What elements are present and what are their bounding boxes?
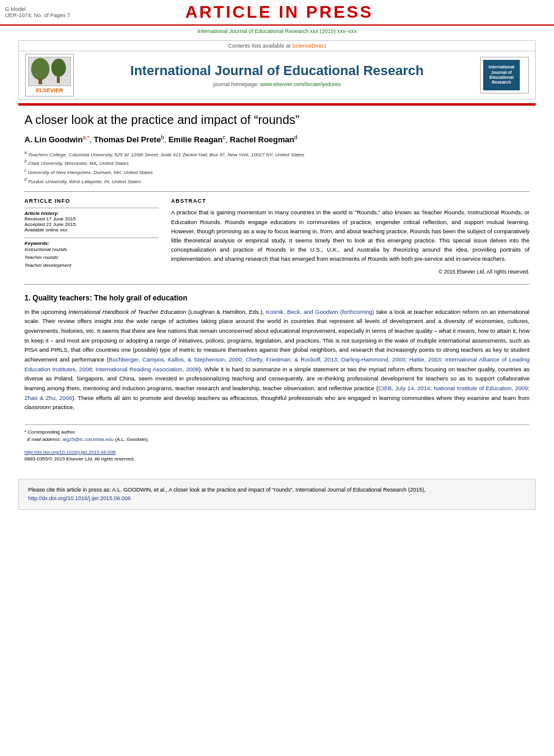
keyword-1: Instructional rounds [24,246,159,254]
email-link[interactable]: alg25@tc.columbia.edu [62,437,114,442]
svg-point-1 [31,58,49,80]
article-info-panel: ARTICLE INFO Article history: Received 1… [24,198,159,274]
journal-logo-img: International Journal of Educational Res… [483,60,520,90]
article-history-block: Article history: Received 17 June 2015 A… [24,208,159,233]
keywords-block: Keywords: Instructional rounds Teacher r… [24,238,159,269]
citation-box-text: Please cite this article in press as: A.… [28,487,426,493]
kosnik-link[interactable]: Kosnik, Beck, and Goodwin (forthcoming) [266,308,374,315]
affiliation-c: c University of New Hampshire, Durham, N… [24,167,530,176]
cieb-link[interactable]: CIEB, July 14, 2014; National Institute … [24,385,530,401]
abstract-text: A practice that is gaining momentum in m… [171,208,530,263]
journal-logo-right: International Journal of Educational Res… [480,57,529,93]
citation-box: Please cite this article in press as: A.… [18,479,536,510]
journal-header: Contents lists available at ScienceDirec… [18,40,536,100]
author-3-sup: c [223,134,226,140]
author-2-sup: b [161,134,164,140]
elsevier-logo: ELSEVIER [25,54,74,96]
affiliations: a Teachers College, Columbia University,… [24,150,530,186]
author-4-sup: d [294,134,297,140]
journal-top-bar: Contents lists available at ScienceDirec… [19,41,535,51]
author-3: Emilie Reagan [169,135,223,144]
doi-link[interactable]: http://dx.doi.org/10.1016/j.ijer.2015.06… [24,449,115,455]
handbook-ref-italic: International Handbook of Teacher Educat… [68,308,186,315]
author-1-sup: a,* [82,134,89,140]
abstract-heading: ABSTRACT [171,198,530,204]
keywords-label: Keywords: [24,241,159,246]
abstract-panel: ABSTRACT A practice that is gaining mome… [171,198,530,274]
keyword-3: Teacher development [24,262,159,270]
affiliation-d: d Purdue University, West Lafayette, IN,… [24,176,530,186]
elsevier-tree-graphic [28,57,71,86]
top-header: G Model IJER-1074; No. of Pages 7 ARTICL… [0,0,554,26]
section-1-title: 1. Quality teachers: The holy grail of e… [24,294,530,302]
article-title: A closer look at the practice and impact… [24,112,530,128]
sciencedirect-link[interactable]: ScienceDirect [292,43,326,49]
section-1-para-1: In the upcoming International Handbook o… [24,307,530,412]
citation-box-doi-link[interactable]: http://dx.doi.org/10.1016/j.ijer.2015.06… [28,495,131,501]
doi-block: http://dx.doi.org/10.1016/j.ijer.2015.06… [24,447,530,456]
section-divider [24,284,530,285]
issn-line: 0883-0355/© 2015 Elsevier Ltd. All right… [24,456,530,463]
svg-rect-2 [38,78,42,84]
journal-title: International Journal of Educational Res… [80,63,474,79]
footer-section: * Corresponding author. E-mail address: … [24,424,530,467]
main-content: A closer look at the practice and impact… [0,106,554,473]
svg-point-3 [51,59,66,77]
author-2: Thomas Del Prete [94,135,161,144]
author-4: Rachel Roegman [230,135,294,144]
article-in-press-banner: ARTICLE IN PRESS [70,2,488,22]
available-online: Available online xxx [24,227,159,233]
corresponding-author-note: * Corresponding author. [24,429,530,436]
accepted-date: Accepted 22 June 2015 [24,222,159,227]
email-label: E-mail address: [27,437,61,442]
authors-line: A. Lin Goodwina,*, Thomas Del Preteb, Em… [24,134,530,146]
svg-rect-4 [57,77,60,83]
article-history-label: Article history: [24,211,159,216]
homepage-link[interactable]: www.elsevier.com/locate/ijedures [260,81,341,87]
g-model-label: G Model IJER-1074; No. of Pages 7 [5,6,70,18]
affiliation-b: b Clark University, Worcester, MA, Unite… [24,158,530,167]
journal-citation-line: International Journal of Educational Res… [0,26,554,37]
elsevier-text: ELSEVIER [36,87,64,93]
article-info-heading: ARTICLE INFO [24,198,159,204]
email-note: E-mail address: alg25@tc.columbia.edu (A… [24,436,530,443]
buchberger-link[interactable]: Buchberger, Campos, Kallos, & Stephenson… [24,356,530,373]
received-date: Received 17 June 2015 [24,216,159,222]
journal-middle: ELSEVIER International Journal of Educat… [19,51,535,99]
keyword-2: Teacher rounds [24,254,159,262]
article-info-abstract-section: ARTICLE INFO Article history: Received 1… [24,191,530,274]
journal-homepage: journal homepage: www.elsevier.com/locat… [80,81,474,87]
copyright-line: © 2015 Elsevier Ltd. All rights reserved… [171,269,530,275]
author-1: A. Lin Goodwin [24,135,82,144]
journal-title-center: International Journal of Educational Res… [80,63,474,87]
affiliation-a: a Teachers College, Columbia University,… [24,150,530,159]
email-suffix: (A.L. Goodwin). [115,437,149,442]
section-1: 1. Quality teachers: The holy grail of e… [24,294,530,412]
